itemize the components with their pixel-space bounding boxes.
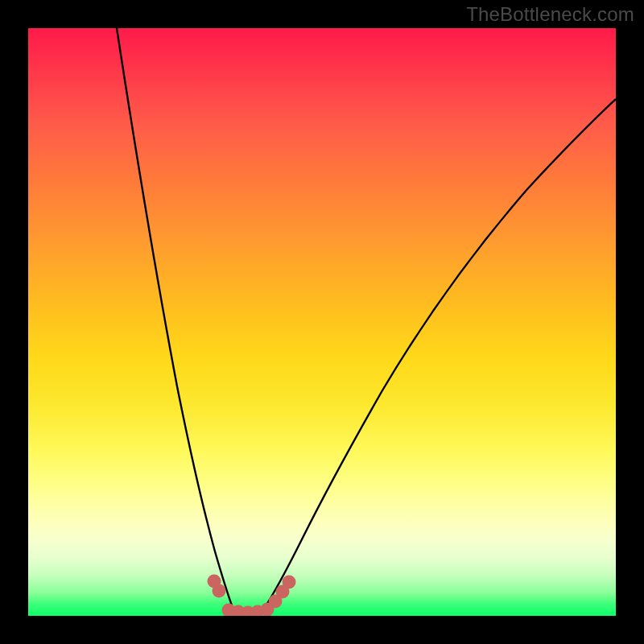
watermark-text: TheBottleneck.com <box>466 3 634 26</box>
chart-frame: TheBottleneck.com <box>0 0 644 644</box>
right-curve <box>264 99 616 609</box>
curve-overlay <box>28 28 616 616</box>
left-marker-2 <box>213 584 226 598</box>
left-curve <box>117 28 233 608</box>
markers-group <box>208 575 296 617</box>
right-marker-3 <box>283 576 296 589</box>
plot-area <box>28 28 616 616</box>
